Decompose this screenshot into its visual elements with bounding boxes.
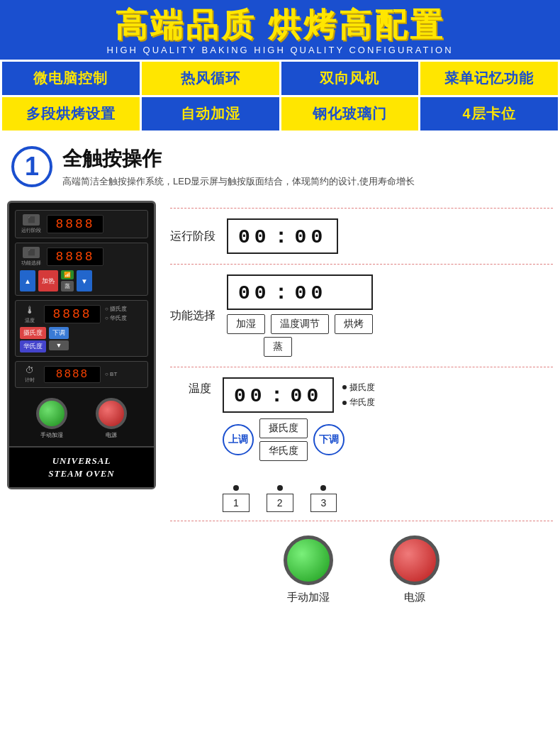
diagram-display-run: 00：00 [227, 218, 338, 254]
feature-badge-6: 自动加湿 [142, 97, 279, 131]
diag-btn-steam[interactable]: 蒸 [264, 337, 292, 357]
feature-badge-2: 热风循环 [142, 62, 279, 95]
feature-badge-4: 菜单记忆功能 [420, 62, 558, 95]
diag-btn-bake[interactable]: 烘烤 [335, 314, 373, 334]
header-subtitle: HIGH QUALITY BAKING HIGH QUALITY CONFIGU… [0, 45, 560, 55]
panel-manual-humidify-btn[interactable] [36, 398, 67, 429]
bottom-power-btn[interactable] [390, 535, 439, 585]
led-display-temp: 8888 [44, 305, 101, 323]
diagram-section-temp: 温度 00：00 摄氏度 华氏度 上调 摄氏度 华氏度 下调 [170, 367, 553, 471]
stage-box-2: 2 [267, 494, 293, 512]
panel-power-btn[interactable] [96, 398, 127, 429]
adjust-btns-row: 上调 摄氏度 华氏度 下调 [223, 418, 375, 461]
stage-dot-1 [233, 485, 239, 491]
diag-btn-celsius[interactable]: 摄氏度 [259, 418, 308, 438]
stage-section: 1 2 3 [170, 471, 553, 521]
stage-dot-3 [320, 485, 326, 491]
feature-badge-5: 多段烘烤设置 [2, 97, 140, 131]
bottom-manual-wrap: 手动加湿 [284, 535, 333, 604]
panel-power-label: 电源 [106, 431, 117, 439]
diag-btn-fahrenheit[interactable]: 华氏度 [259, 441, 308, 461]
panel-footer-line2: STEAM OVEN [48, 468, 114, 479]
bottom-power-label: 电源 [404, 591, 425, 604]
led-display-func: 8888 [47, 248, 103, 266]
diag-btn-humidify[interactable]: 加湿 [227, 314, 265, 334]
diagram-panel: 运行阶段 00：00 功能选择 00：00 加湿 温度调节 烘烤 蒸 [170, 201, 553, 618]
diagram-section-func: 功能选择 00：00 加湿 温度调节 烘烤 蒸 [170, 264, 553, 367]
bottom-manual-label: 手动加湿 [287, 591, 330, 604]
temp-side-labels: 摄氏度 华氏度 [342, 380, 375, 411]
stage-item-3: 3 [310, 485, 337, 512]
control-panel: ⬛ 运行阶段 8888 ⬛ 功能选择 8888 ▲ 加热 [7, 201, 156, 489]
diagram-label-func: 功能选择 [170, 309, 215, 323]
panel-row-run: ⬛ 运行阶段 8888 [15, 210, 148, 238]
bottom-manual-humidify-btn[interactable] [284, 535, 333, 585]
panel-label-func: 功能选择 [21, 260, 41, 267]
feature-badge-3: 双向风机 [281, 62, 419, 95]
panel-row-timer: ⏱ 计时 8888 ○ BT [15, 361, 148, 388]
panel-btn-steam[interactable]: 蒸 [61, 281, 74, 292]
features-grid: 微电脑控制 热风循环 双向风机 菜单记忆功能 多段烘烤设置 自动加湿 钢化玻璃门… [0, 60, 560, 133]
section-heading: 1 全触按操作 高端简洁全触按操作系统，LED显示屏与触按版面结合，体现简约的设… [0, 133, 560, 194]
panel-temp-adj1[interactable]: 下调 [49, 327, 69, 339]
stage-row: 1 2 3 [223, 477, 553, 521]
diagram-label-run: 运行阶段 [170, 229, 215, 244]
panel-temp-down[interactable]: 华氏度 [20, 340, 46, 352]
panel-label-temp: 温度 [25, 317, 35, 324]
diagram-section-run: 运行阶段 00：00 [170, 208, 553, 264]
up-adjust-btn[interactable]: 上调 [223, 424, 254, 455]
stage-dot-2 [277, 485, 283, 491]
section-title: 全触按操作 [62, 145, 546, 172]
panel-footer: UNIVERSAL STEAM OVEN [9, 446, 154, 487]
panel-btn-down[interactable]: ▼ [77, 270, 92, 292]
panel-manual-humidify-label: 手动加湿 [40, 431, 63, 439]
section-subtitle: 高端简洁全触按操作系统，LED显示屏与触按版面结合，体现简约的设计,使用寿命增长 [62, 174, 546, 189]
panel-label-timer: 计时 [25, 377, 35, 384]
panel-btn-wifi[interactable]: 📶 [61, 270, 74, 279]
header-banner: 高端品质 烘烤高配置 HIGH QUALITY BAKING HIGH QUAL… [0, 0, 560, 60]
panel-label-run: 运行阶段 [21, 227, 41, 234]
panel-temp-adj2[interactable]: ▼ [49, 340, 69, 350]
panel-btn-heat[interactable]: 加热 [38, 270, 58, 292]
diag-btn-temp-adj[interactable]: 温度调节 [271, 314, 329, 334]
diagram-display-temp: 00：00 [223, 377, 334, 413]
section-number: 1 [11, 146, 52, 187]
bottom-power-wrap: 电源 [390, 535, 439, 604]
down-adjust-btn[interactable]: 下调 [313, 424, 345, 455]
feature-badge-8: 4层卡位 [420, 97, 558, 131]
panel-round-btn-row: 手动加湿 电源 [15, 392, 148, 446]
led-display-run: 8888 [47, 215, 103, 233]
temp-indicator: ○ 摄氏度 ○ 华氏度 [105, 305, 127, 323]
stage-item-1: 1 [223, 485, 250, 512]
diagram-display-func: 00：00 [227, 274, 373, 310]
feature-badge-7: 钢化玻璃门 [281, 97, 419, 131]
main-content: ⬛ 运行阶段 8888 ⬛ 功能选择 8888 ▲ 加热 [0, 194, 560, 633]
diagram-label-temp: 温度 [170, 382, 211, 396]
stage-item-2: 2 [267, 485, 293, 512]
stage-box-3: 3 [310, 494, 337, 512]
feature-badge-1: 微电脑控制 [2, 62, 140, 95]
panel-btn-up[interactable]: ▲ [20, 270, 35, 292]
bottom-section: 手动加湿 电源 [170, 521, 553, 618]
panel-footer-line1: UNIVERSAL [52, 455, 111, 466]
panel-row-temp: 🌡 温度 8888 ○ 摄氏度 ○ 华氏度 摄氏度 华氏度 下调 ▼ [15, 300, 148, 357]
stage-box-1: 1 [223, 494, 250, 512]
panel-temp-up[interactable]: 摄氏度 [20, 327, 46, 339]
header-title: 高端品质 烘烤高配置 [0, 7, 560, 43]
led-display-timer: 8888 [44, 366, 101, 383]
panel-row-func: ⬛ 功能选择 8888 ▲ 加热 📶 蒸 ▼ [15, 243, 148, 296]
